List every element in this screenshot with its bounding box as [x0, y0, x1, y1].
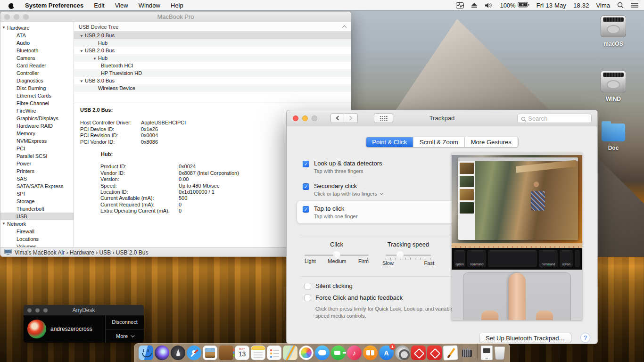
dock-item-system-preferences[interactable]	[395, 346, 410, 360]
menu-item[interactable]: Help	[171, 2, 183, 9]
gesture-option-row[interactable]: ✓ Tap to click Tap with one finger	[297, 201, 457, 223]
dock-item-xz-archive[interactable]: xz	[481, 346, 493, 360]
disclosure-triangle-icon[interactable]: ▼	[93, 57, 97, 61]
dropdown-chevron-icon[interactable]	[380, 191, 383, 195]
disclosure-triangle-icon[interactable]: ▼	[80, 79, 83, 83]
disconnect-button[interactable]: Disconnect	[106, 315, 144, 329]
dock-item-app-store[interactable]: A1	[379, 346, 394, 360]
tree-row[interactable]: ▼Wireless Device	[74, 84, 351, 92]
sidebar-section-hardware[interactable]: ▼ Hardware	[0, 24, 74, 32]
dock-item-reminders[interactable]	[267, 346, 281, 360]
sidebar-item[interactable]: Thunderbolt	[0, 205, 74, 213]
dock-item-calendar[interactable]: MAY 13	[235, 346, 249, 360]
checkbox[interactable]: ✓	[305, 283, 311, 289]
dock-item-trash[interactable]	[494, 346, 505, 360]
disclosure-triangle-icon[interactable]: ▼	[2, 24, 6, 32]
disclosure-triangle-icon[interactable]: ▼	[2, 220, 6, 228]
collapse-chevron-icon[interactable]	[342, 25, 347, 30]
desktop-icon-doc[interactable]: Doc	[599, 123, 627, 151]
sidebar-item[interactable]: ATA	[0, 32, 74, 39]
search-input[interactable]	[517, 114, 592, 123]
breadcrumb[interactable]: Vima's MacBook Air › Hardware › USB › US…	[15, 249, 149, 256]
tree-row[interactable]: ▼USB 3.0 Bus	[74, 77, 351, 84]
click-slider-track[interactable]	[305, 255, 369, 256]
sidebar-item[interactable]: NVMExpress	[0, 137, 74, 145]
sidebar-item[interactable]: SPI	[0, 190, 74, 197]
menu-bar-user[interactable]: Vima	[596, 2, 610, 9]
set-up-bluetooth-trackpad-button[interactable]: Set Up Bluetooth Trackpad…	[479, 333, 571, 343]
dock-item-photos[interactable]	[299, 346, 314, 360]
sidebar-item[interactable]: Parallel SCSI	[0, 152, 74, 160]
tab[interactable]: Scroll & Zoom	[413, 137, 465, 147]
desktop-icon-macos[interactable]: macOS	[599, 16, 627, 47]
dock-item-ibooks[interactable]	[363, 346, 378, 360]
sidebar-item[interactable]: Controller	[0, 69, 74, 77]
dock-item-maps[interactable]	[283, 346, 297, 360]
tree-row[interactable]: ▼USB 2.0 Bus	[74, 32, 351, 39]
sidebar-item[interactable]: PCI	[0, 145, 74, 152]
checkbox[interactable]: ✓	[305, 295, 311, 301]
dock-item-anydesk-2[interactable]	[427, 346, 442, 360]
silent-clicking-row[interactable]: ✓ Silent clicking	[305, 282, 456, 289]
dock-item-siri[interactable]	[155, 346, 169, 360]
disclosure-triangle-icon[interactable]: ▼	[80, 49, 83, 53]
tree-row[interactable]: ▼USB 2.0 Bus	[74, 47, 351, 54]
tree-row[interactable]: ▼Hub	[74, 54, 351, 62]
sidebar-item[interactable]: Firewall	[0, 228, 74, 235]
menu-bar-time[interactable]: 18.32	[573, 2, 589, 9]
tracking-slider-track[interactable]	[386, 255, 431, 256]
window-title-bar[interactable]: Trackpad	[287, 110, 597, 126]
disclosure-triangle-icon[interactable]: ▼	[80, 34, 83, 38]
sidebar-item[interactable]: Diagnostics	[0, 77, 74, 84]
tree-row[interactable]: ▼HP Truevision HD	[74, 69, 351, 77]
dock-item-finder[interactable]	[139, 346, 153, 360]
tab[interactable]: More Gestures	[465, 137, 518, 147]
battery-icon[interactable]	[518, 2, 529, 9]
checkbox[interactable]: ✓	[303, 206, 309, 213]
dock-item-contacts[interactable]	[219, 346, 233, 360]
dock-item-facetime[interactable]	[331, 346, 346, 360]
checkbox[interactable]: ✓	[303, 161, 309, 167]
activity-icon[interactable]	[456, 2, 464, 8]
sidebar-item[interactable]: Power	[0, 160, 74, 167]
help-button[interactable]: ?	[580, 333, 590, 343]
force-click-row[interactable]: ✓ Force Click and haptic feedback	[305, 294, 456, 301]
sidebar-item[interactable]: Bluetooth	[0, 47, 74, 54]
gesture-option-row[interactable]: ✓ Secondary click Click or tap with two …	[297, 178, 457, 201]
sidebar-item[interactable]: FireWire	[0, 107, 74, 115]
sidebar-item[interactable]: Camera	[0, 54, 74, 62]
dock-item-anydesk[interactable]	[411, 346, 426, 360]
eject-icon[interactable]	[471, 2, 478, 8]
menu-item[interactable]: Edit	[94, 2, 104, 9]
app-menu-title[interactable]: System Preferences	[25, 2, 83, 9]
sidebar-section-network[interactable]: ▼ Network	[0, 220, 74, 228]
sidebar-item[interactable]: Hardware RAID	[0, 122, 74, 130]
dock-item-itunes[interactable]: ♪	[347, 346, 362, 360]
volume-icon[interactable]	[485, 2, 493, 8]
gesture-option-row[interactable]: ✓ Look up & data detectors Tap with thre…	[297, 156, 457, 178]
sidebar-item[interactable]: Graphics/Displays	[0, 115, 74, 122]
sidebar-item[interactable]: Printers	[0, 167, 74, 175]
dock-item-preview[interactable]	[203, 346, 217, 360]
sidebar-item[interactable]: Fibre Channel	[0, 99, 74, 107]
apple-menu-icon[interactable]	[8, 2, 15, 9]
sidebar-item[interactable]: Locations	[0, 235, 74, 243]
sidebar-item[interactable]: SATA/SATA Express	[0, 182, 74, 190]
sidebar-item[interactable]: Ethernet Cards	[0, 92, 74, 99]
menu-item[interactable]: View	[115, 2, 128, 9]
notification-center-icon[interactable]	[631, 2, 638, 8]
dock-item-drawing-app[interactable]	[443, 345, 458, 361]
anydesk-title-bar[interactable]: AnyDesk	[24, 305, 144, 315]
sidebar-item[interactable]: Storage	[0, 197, 74, 205]
sidebar-item[interactable]: Card Reader	[0, 62, 74, 69]
sidebar-item[interactable]: Audio	[0, 39, 74, 47]
dock-item-messages[interactable]	[315, 346, 330, 360]
dock-item-launchpad[interactable]	[171, 346, 185, 360]
tree-row[interactable]: ▼Hub	[74, 39, 351, 47]
menu-bar-date[interactable]: Fri 13 May	[537, 2, 566, 9]
dock-item-chip-app[interactable]	[459, 346, 474, 360]
sidebar-item[interactable]: Disc Burning	[0, 84, 74, 92]
more-button[interactable]: More	[106, 329, 144, 343]
spotlight-icon[interactable]	[617, 2, 624, 8]
sidebar-item[interactable]: Volumes	[0, 243, 74, 247]
